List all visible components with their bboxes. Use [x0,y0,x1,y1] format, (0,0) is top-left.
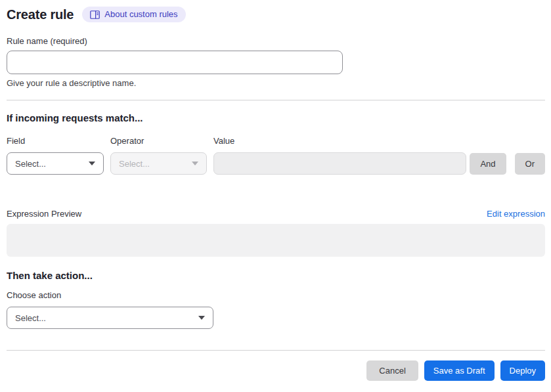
cancel-button[interactable]: Cancel [366,360,418,381]
rule-name-helper: Give your rule a descriptive name. [7,78,545,88]
and-or-buttons: And Or [470,153,545,175]
footer-divider [7,350,545,351]
choose-action-select-value: Select... [15,313,46,323]
rule-name-label: Rule name (required) [7,36,545,46]
value-label: Value [213,136,466,146]
create-rule-page: Create rule About custom rules Rule name… [0,0,551,381]
operator-column: Operator Select... [110,136,207,175]
or-button[interactable]: Or [515,153,545,175]
and-button[interactable]: And [470,153,506,175]
expression-preview-label: Expression Preview [7,209,81,219]
choose-action-label: Choose action [7,290,545,300]
chevron-down-icon [89,162,95,165]
rule-name-input[interactable] [7,51,343,74]
book-reader-icon [90,11,100,19]
footer-actions: Cancel Save as Draft Deploy [7,360,545,381]
operator-label: Operator [110,136,207,146]
operator-select-value: Select... [119,159,150,169]
page-title: Create rule [7,7,74,22]
about-custom-rules-label: About custom rules [104,9,177,20]
save-as-draft-button[interactable]: Save as Draft [424,360,495,381]
expression-preview-box [7,224,545,257]
choose-action-select[interactable]: Select... [7,307,213,329]
expression-header-row: Expression Preview Edit expression [7,209,545,219]
rule-name-block: Rule name (required) Give your rule a de… [7,36,545,88]
field-select-value: Select... [15,159,46,169]
section-divider [7,100,545,100]
action-section-heading: Then take action... [7,270,545,281]
match-section-heading: If incoming requests match... [7,112,545,123]
edit-expression-link[interactable]: Edit expression [487,209,545,219]
field-select[interactable]: Select... [7,152,104,175]
chevron-down-icon [198,316,205,320]
page-header: Create rule About custom rules [7,7,545,22]
field-label: Field [7,136,104,146]
about-custom-rules-badge[interactable]: About custom rules [82,7,185,22]
value-column: Value [213,136,466,175]
deploy-button[interactable]: Deploy [500,360,545,381]
field-column: Field Select... [7,136,104,175]
operator-select[interactable]: Select... [110,152,207,175]
value-input[interactable] [213,152,466,175]
chevron-down-icon [192,162,198,165]
condition-row: Field Select... Operator Select... Value… [7,136,545,175]
